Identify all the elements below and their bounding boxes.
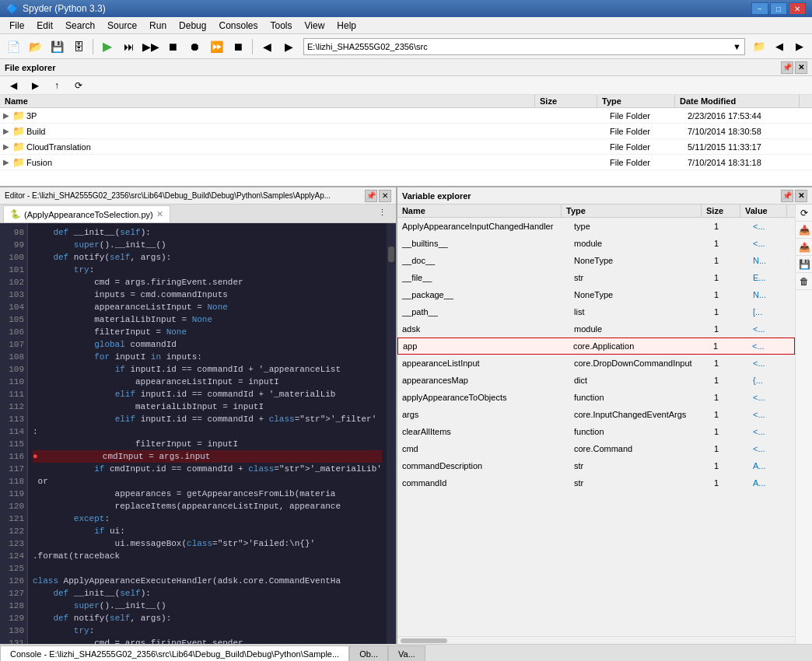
- variable-row[interactable]: appearancesMap dict 1 {...: [397, 372, 795, 389]
- code-line: materialLibInput = None: [33, 313, 382, 326]
- menu-item-consoles[interactable]: Consoles: [212, 19, 264, 33]
- minimize-button[interactable]: −: [751, 2, 768, 15]
- terminate-button[interactable]: ⏹: [228, 37, 248, 57]
- ve-pin-button[interactable]: 📌: [781, 190, 793, 202]
- save-button[interactable]: 💾: [47, 37, 67, 57]
- code-line: def __init__(self):: [33, 587, 382, 600]
- bottom-tab-1[interactable]: Ob...: [349, 645, 388, 661]
- editor-pin-button[interactable]: 📌: [365, 190, 377, 202]
- var-cell-name: __file__: [397, 273, 569, 282]
- path-bar[interactable]: E:\lizhi_SHA2555G02_2356\src ▼: [303, 38, 745, 55]
- ve-refresh-button[interactable]: ⟳: [796, 205, 812, 222]
- browse-button[interactable]: 📁: [750, 37, 768, 56]
- fe-col-size: Size: [535, 95, 597, 107]
- ve-close-button[interactable]: ✕: [795, 190, 807, 202]
- fe-close-button[interactable]: ✕: [795, 61, 807, 74]
- var-col-name: Name: [397, 205, 562, 217]
- editor-tab[interactable]: 🐍 (ApplyAppearanceToSelection.py) ✕: [3, 205, 170, 222]
- menu-item-debug[interactable]: Debug: [173, 19, 212, 33]
- stop-button[interactable]: ⏺: [184, 37, 205, 57]
- menu-item-file[interactable]: File: [3, 19, 30, 33]
- close-button[interactable]: ✕: [789, 2, 806, 15]
- debug-stop-button[interactable]: ⏹: [163, 37, 183, 57]
- variable-row[interactable]: __doc__ NoneType 1 N...: [397, 252, 795, 269]
- var-cell-name: __doc__: [397, 256, 569, 265]
- var-cell-name: args: [397, 410, 569, 419]
- menu-item-run[interactable]: Run: [143, 19, 173, 33]
- var-cell-name: ApplyAppearanceInputChangedHandler: [397, 222, 569, 231]
- path-dropdown-icon[interactable]: ▼: [733, 42, 741, 51]
- menu-item-edit[interactable]: Edit: [30, 19, 59, 33]
- line-number: 130: [6, 624, 24, 637]
- variable-row[interactable]: __file__ str 1 E...: [397, 269, 795, 286]
- debug-step-button[interactable]: ⏭: [119, 37, 139, 57]
- menu-item-view[interactable]: View: [299, 19, 331, 33]
- tab-close-icon[interactable]: ✕: [156, 209, 163, 219]
- code-scrollbar[interactable]: [387, 223, 396, 644]
- file-explorer-row[interactable]: ▶ 📁 Build File Folder 7/10/2014 18:30:58: [0, 124, 812, 139]
- menu-item-source[interactable]: Source: [101, 19, 143, 33]
- editor-close-button[interactable]: ✕: [379, 190, 391, 202]
- nav-button-1[interactable]: ◀: [770, 37, 789, 56]
- var-cell-type: str: [569, 461, 709, 470]
- tab-icon: 🐍: [10, 209, 21, 219]
- file-explorer-controls: 📌 ✕: [781, 61, 807, 74]
- run-button[interactable]: ▶: [97, 37, 117, 57]
- variable-row[interactable]: app core.Application 1 <...: [397, 337, 795, 355]
- variable-row[interactable]: args core.InputChangedEventArgs 1 <...: [397, 406, 795, 423]
- continue-button[interactable]: ⏩: [206, 37, 226, 57]
- variable-row[interactable]: clearAllItems function 1 <...: [397, 423, 795, 440]
- nav-back-button[interactable]: ◀: [257, 37, 277, 57]
- fe-refresh-button[interactable]: ⟳: [68, 75, 89, 96]
- app-title: Spyder (Python 3.3): [23, 3, 106, 14]
- var-cell-size: 1: [709, 239, 748, 248]
- variable-row[interactable]: __package__ NoneType 1 N...: [397, 286, 795, 303]
- variable-row[interactable]: commandId str 1 A...: [397, 474, 795, 491]
- variable-row[interactable]: applyAppearanceToObjects function 1 <...: [397, 389, 795, 406]
- ve-delete-button[interactable]: 🗑: [796, 273, 812, 290]
- variable-row[interactable]: __builtins__ module 1 <...: [397, 235, 795, 252]
- debug-run-button[interactable]: ▶▶: [141, 37, 161, 57]
- file-explorer-row[interactable]: ▶ 📁 Fusion File Folder 7/10/2014 18:31:1…: [0, 155, 812, 170]
- variable-explorer-title: Variable explorer: [402, 191, 471, 201]
- hscroll-thumb[interactable]: [401, 638, 447, 643]
- new-file-button[interactable]: 📄: [3, 37, 23, 57]
- maximize-button[interactable]: □: [770, 2, 787, 15]
- variable-row[interactable]: appearanceListInput core.DropDownCommand…: [397, 355, 795, 372]
- open-file-button[interactable]: 📂: [25, 37, 45, 57]
- expand-icon[interactable]: ▶: [0, 111, 12, 120]
- nav-forward-button[interactable]: ▶: [278, 37, 299, 57]
- ve-export-button[interactable]: 📤: [796, 239, 812, 256]
- variable-row[interactable]: ApplyAppearanceInputChangedHandler type …: [397, 218, 795, 235]
- variable-row[interactable]: adsk module 1 <...: [397, 320, 795, 337]
- fe-pin-button[interactable]: 📌: [781, 61, 793, 74]
- save-all-button[interactable]: 🗄: [68, 37, 89, 57]
- expand-icon[interactable]: ▶: [0, 142, 12, 151]
- var-hscrollbar[interactable]: [397, 636, 795, 644]
- variable-row[interactable]: cmd core.Command 1 <...: [397, 440, 795, 457]
- bottom-tab-0[interactable]: Console - E:\lizhi_SHA2555G02_2356\src\L…: [0, 645, 349, 661]
- menu-item-search[interactable]: Search: [59, 19, 101, 33]
- code-line: global commandId: [33, 338, 382, 351]
- file-explorer-row[interactable]: ▶ 📁 3P File Folder 2/23/2016 17:53:44: [0, 108, 812, 124]
- fe-forward-button[interactable]: ▶: [25, 75, 45, 96]
- fe-up-button[interactable]: ↑: [47, 75, 67, 96]
- ve-import-button[interactable]: 📥: [796, 222, 812, 239]
- var-cell-name: adsk: [397, 324, 569, 334]
- file-explorer-row[interactable]: ▶ 📁 CloudTranslation File Folder 5/11/20…: [0, 139, 812, 155]
- variable-row[interactable]: commandDescription str 1 A...: [397, 457, 795, 474]
- variable-row[interactable]: __path__ list 1 [...: [397, 303, 795, 320]
- menu-item-help[interactable]: Help: [331, 19, 362, 33]
- bottom-tab-2[interactable]: Va...: [388, 645, 425, 661]
- menu-item-tools[interactable]: Tools: [264, 19, 299, 33]
- expand-icon[interactable]: ▶: [0, 158, 12, 166]
- nav-button-2[interactable]: ▶: [790, 37, 809, 56]
- variable-rows: ApplyAppearanceInputChangedHandler type …: [397, 218, 795, 636]
- ve-save-button[interactable]: 💾: [796, 256, 812, 273]
- fe-back-button[interactable]: ◀: [3, 75, 23, 96]
- expand-icon[interactable]: ▶: [0, 127, 12, 135]
- code-line: appearanceListInput = None: [33, 301, 382, 313]
- scrollbar-thumb[interactable]: [388, 247, 394, 262]
- code-content[interactable]: def __init__(self): super().__init__() d…: [28, 223, 387, 644]
- editor-options-button[interactable]: ⋮: [373, 202, 393, 222]
